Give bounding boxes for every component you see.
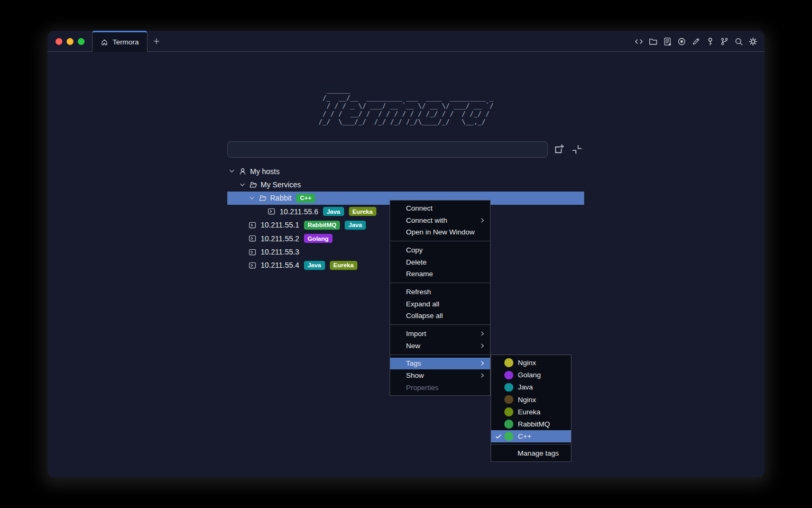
toolbar (634, 31, 764, 52)
tag-color-dot (504, 432, 513, 441)
menu-item-tags[interactable]: Tags (390, 358, 490, 370)
tree-label: My Services (261, 180, 301, 189)
folder-open-icon (249, 180, 257, 189)
tag-option-golang[interactable]: Golang (491, 369, 571, 381)
tag-badge: C++ (296, 194, 315, 203)
tag-option-java[interactable]: Java (491, 381, 571, 393)
chevron-down-icon[interactable] (239, 182, 246, 188)
tag-color-dot (504, 395, 513, 404)
user-icon (238, 167, 247, 176)
terminal-icon (267, 207, 275, 215)
menu-separator (491, 444, 571, 444)
checkmark-icon (495, 433, 504, 440)
terminal-icon (248, 248, 256, 256)
collapse-all-icon[interactable] (571, 144, 583, 155)
chevron-right-icon (479, 343, 485, 349)
tree-label: 10.211.55.2 (261, 234, 299, 243)
menu-separator (390, 241, 490, 241)
check-slot (495, 421, 504, 428)
tree-label: 10.211.55.4 (261, 261, 299, 269)
chevron-right-icon (479, 360, 485, 366)
tag-color-dot (504, 383, 513, 392)
menu-separator (390, 355, 490, 355)
window-controls (48, 31, 92, 52)
plus-icon (153, 38, 160, 45)
tree-row-my-hosts[interactable]: My hosts (227, 165, 584, 178)
tree-label: 10.211.55.1 (261, 221, 299, 229)
menu-item-expand-all[interactable]: Expand all (390, 298, 490, 310)
tag-badge: Java (323, 207, 344, 216)
host-search-input[interactable] (227, 141, 548, 158)
tag-badge: Java (345, 221, 366, 230)
tree-row-my-services[interactable]: My Services (227, 178, 584, 191)
check-slot (495, 372, 504, 378)
new-tab-button[interactable] (147, 31, 165, 52)
home-icon (100, 38, 108, 46)
tag-badge: Golang (304, 234, 333, 243)
menu-item-properties: Properties (390, 382, 490, 394)
menu-item-collapse-all[interactable]: Collapse all (390, 310, 490, 322)
tag-color-dot (504, 371, 513, 380)
menu-item-new[interactable]: New (390, 340, 490, 352)
tag-option-nginx-2[interactable]: Nginx (491, 394, 571, 406)
tag-option-rabbitmq[interactable]: RabbitMQ (491, 418, 571, 430)
key-icon[interactable] (706, 37, 715, 46)
menu-item-open-in-new-window[interactable]: Open in New Window (390, 226, 490, 238)
main-content: ______ /_ __/__ _________ ___ ____ _____… (48, 52, 764, 477)
chevron-down-icon[interactable] (228, 168, 235, 175)
search-row (227, 141, 583, 158)
chevron-right-icon (479, 331, 485, 337)
menu-separator (390, 283, 490, 283)
menu-item-connect-with[interactable]: Connect with (390, 214, 490, 226)
tag-color-dot (504, 358, 513, 367)
terminal-icon (248, 234, 256, 242)
code-icon[interactable] (634, 37, 643, 46)
log-icon[interactable] (663, 37, 672, 46)
terminal-icon (248, 221, 256, 229)
menu-item-show[interactable]: Show (390, 369, 490, 382)
zoom-window-button[interactable] (78, 38, 85, 45)
tree-label: 10.211.55.3 (261, 248, 299, 256)
tag-badge: Java (304, 261, 325, 270)
tag-color-dot (504, 420, 513, 429)
settings-icon[interactable] (749, 37, 758, 46)
edit-icon[interactable] (691, 37, 700, 46)
folder-open-icon (259, 194, 267, 202)
chevron-right-icon (479, 373, 485, 378)
tags-submenu: Nginx Golang Java Nginx Eureka Rabb (491, 355, 571, 462)
tree-label: My hosts (250, 167, 280, 176)
context-menu: Connect Connect with Open in New Window … (390, 200, 491, 396)
menu-item-rename[interactable]: Rename (390, 268, 490, 280)
menu-item-import[interactable]: Import (390, 328, 490, 340)
tab-termora[interactable]: Termora (92, 31, 147, 52)
tree-label: 10.211.55.6 (280, 207, 318, 216)
tag-option-cpp-checked[interactable]: C++ (491, 430, 571, 442)
chevron-right-icon (479, 217, 485, 223)
minimize-window-button[interactable] (67, 38, 73, 45)
tab-bar: Termora (48, 31, 764, 52)
add-host-icon[interactable] (553, 144, 565, 155)
menu-item-connect[interactable]: Connect (390, 202, 490, 214)
menu-item-refresh[interactable]: Refresh (390, 286, 490, 298)
close-window-button[interactable] (56, 38, 62, 45)
menu-item-copy[interactable]: Copy (390, 244, 490, 256)
check-slot (495, 396, 504, 403)
record-icon[interactable] (677, 37, 686, 46)
tag-color-dot (504, 407, 513, 416)
search-icon[interactable] (734, 37, 743, 46)
tag-badge: Eureka (349, 207, 376, 216)
tag-option-eureka[interactable]: Eureka (491, 406, 571, 418)
terminal-icon (248, 261, 256, 269)
manage-tags-button[interactable]: Manage tags (491, 446, 571, 460)
tag-badge: RabbitMQ (304, 221, 340, 230)
chevron-down-icon[interactable] (248, 195, 255, 202)
folder-icon[interactable] (649, 37, 658, 46)
menu-item-delete[interactable]: Delete (390, 256, 490, 268)
check-slot (495, 360, 504, 366)
tab-label: Termora (113, 38, 139, 46)
app-window: Termora (48, 31, 764, 477)
branch-icon[interactable] (720, 37, 729, 46)
check-slot (495, 384, 504, 391)
tag-option-nginx[interactable]: Nginx (491, 357, 571, 369)
tree-label: Rabbit (270, 194, 291, 202)
